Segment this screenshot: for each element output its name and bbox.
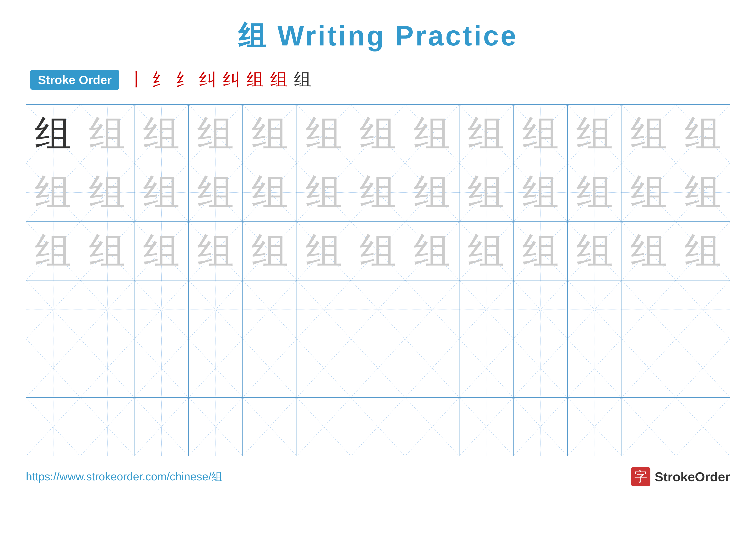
char-display: 组 — [143, 174, 180, 211]
char-display: 组 — [576, 115, 613, 152]
grid-cell-1-10: 组 — [514, 105, 568, 163]
char-display: 组 — [414, 174, 450, 211]
footer-url[interactable]: https://www.strokeorder.com/chinese/组 — [26, 469, 223, 484]
page-title: 组 Writing Practice — [238, 17, 518, 55]
footer: https://www.strokeorder.com/chinese/组 字 … — [26, 467, 730, 486]
char-display: 组 — [576, 174, 613, 211]
grid-cell-6-9 — [459, 398, 514, 456]
grid-cell-2-13: 组 — [676, 163, 730, 221]
char-display: 组 — [35, 174, 71, 211]
grid-cell-1-9: 组 — [459, 105, 514, 163]
practice-grid: 组 组 组 组 组 组 组 组 组 组 — [26, 104, 730, 456]
grid-cell-1-4: 组 — [189, 105, 243, 163]
char-display: 组 — [197, 115, 234, 152]
char-display: 组 — [630, 174, 667, 211]
grid-cell-2-6: 组 — [297, 163, 351, 221]
grid-cell-4-13 — [676, 280, 730, 339]
grid-cell-1-5: 组 — [243, 105, 297, 163]
grid-cell-4-12 — [622, 280, 676, 339]
grid-cell-3-4: 组 — [189, 222, 243, 280]
char-display: 组 — [414, 115, 450, 152]
grid-cell-4-4 — [189, 280, 243, 339]
grid-cell-4-8 — [405, 280, 459, 339]
grid-cell-6-6 — [297, 398, 351, 456]
stroke-step-1: 丨 — [128, 68, 145, 91]
page: 组 Writing Practice Stroke Order 丨纟纟纠纠组组组… — [0, 0, 756, 534]
grid-row-6 — [26, 398, 730, 456]
grid-cell-1-7: 组 — [351, 105, 405, 163]
grid-cell-5-3 — [134, 339, 189, 397]
char-display: 组 — [630, 115, 667, 152]
grid-cell-3-7: 组 — [351, 222, 405, 280]
grid-cell-5-12 — [622, 339, 676, 397]
grid-cell-5-4 — [189, 339, 243, 397]
grid-cell-3-5: 组 — [243, 222, 297, 280]
grid-cell-4-5 — [243, 280, 297, 339]
grid-cell-5-13 — [676, 339, 730, 397]
grid-cell-5-7 — [351, 339, 405, 397]
char-display: 组 — [306, 115, 342, 152]
char-display: 组 — [414, 233, 450, 269]
grid-cell-4-10 — [514, 280, 568, 339]
char-display: 组 — [35, 115, 71, 152]
grid-cell-5-2 — [80, 339, 134, 397]
grid-row-5 — [26, 339, 730, 398]
stroke-steps: 丨纟纟纠纠组组组 — [128, 68, 311, 91]
char-display: 组 — [252, 174, 288, 211]
grid-cell-6-4 — [189, 398, 243, 456]
grid-cell-1-13: 组 — [676, 105, 730, 163]
grid-cell-2-11: 组 — [568, 163, 622, 221]
grid-cell-6-8 — [405, 398, 459, 456]
grid-cell-2-8: 组 — [405, 163, 459, 221]
grid-cell-3-11: 组 — [568, 222, 622, 280]
char-display: 组 — [685, 233, 721, 269]
grid-cell-2-12: 组 — [622, 163, 676, 221]
grid-cell-4-7 — [351, 280, 405, 339]
char-display: 组 — [468, 115, 504, 152]
char-display: 组 — [360, 115, 396, 152]
grid-cell-5-1 — [26, 339, 80, 397]
grid-cell-1-12: 组 — [622, 105, 676, 163]
grid-cell-3-12: 组 — [622, 222, 676, 280]
grid-cell-1-6: 组 — [297, 105, 351, 163]
char-display: 组 — [685, 174, 721, 211]
grid-cell-6-5 — [243, 398, 297, 456]
grid-cell-4-1 — [26, 280, 80, 339]
char-display: 组 — [685, 115, 721, 152]
grid-row-1: 组 组 组 组 组 组 组 组 组 组 — [26, 105, 730, 163]
stroke-step-8: 组 — [294, 68, 311, 91]
grid-cell-4-2 — [80, 280, 134, 339]
footer-brand: 字 StrokeOrder — [631, 467, 730, 486]
grid-cell-2-3: 组 — [134, 163, 189, 221]
char-display: 组 — [522, 233, 559, 269]
grid-cell-3-6: 组 — [297, 222, 351, 280]
grid-cell-5-9 — [459, 339, 514, 397]
grid-cell-6-11 — [568, 398, 622, 456]
grid-cell-6-13 — [676, 398, 730, 456]
grid-cell-2-10: 组 — [514, 163, 568, 221]
brand-icon: 字 — [631, 467, 650, 486]
char-display: 组 — [630, 233, 667, 269]
grid-cell-1-11: 组 — [568, 105, 622, 163]
char-display: 组 — [360, 174, 396, 211]
grid-cell-6-1 — [26, 398, 80, 456]
char-display: 组 — [143, 233, 180, 269]
char-display: 组 — [522, 115, 559, 152]
grid-cell-3-9: 组 — [459, 222, 514, 280]
char-display: 组 — [576, 233, 613, 269]
stroke-step-7: 组 — [270, 68, 287, 91]
char-display: 组 — [306, 174, 342, 211]
grid-cell-2-4: 组 — [189, 163, 243, 221]
grid-cell-1-3: 组 — [134, 105, 189, 163]
grid-cell-4-9 — [459, 280, 514, 339]
grid-cell-5-11 — [568, 339, 622, 397]
stroke-step-6: 组 — [247, 68, 264, 91]
grid-cell-1-8: 组 — [405, 105, 459, 163]
grid-cell-4-3 — [134, 280, 189, 339]
char-display: 组 — [468, 174, 504, 211]
grid-cell-6-7 — [351, 398, 405, 456]
grid-row-4 — [26, 280, 730, 339]
grid-cell-5-6 — [297, 339, 351, 397]
grid-cell-1-2: 组 — [80, 105, 134, 163]
brand-name: StrokeOrder — [655, 470, 730, 484]
